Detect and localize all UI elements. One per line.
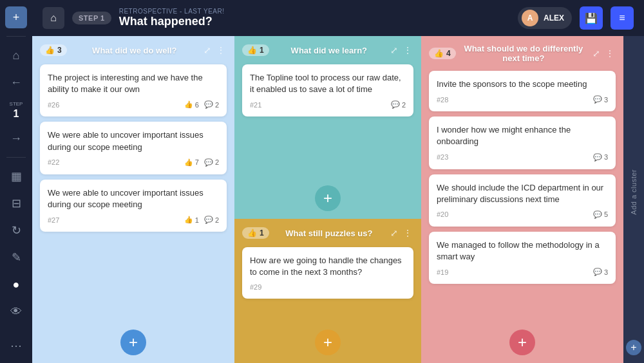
column1-actions: ⤢ ⋮ [202,44,227,57]
column-differently: 👍 4 What should we do differently next t… [421,36,623,363]
board-icon[interactable]: ▦ [5,165,27,187]
save-button[interactable]: 💾 [580,6,603,30]
card-text: I wonder how we might enhance the onboar… [437,124,608,147]
column2-bottom-title: What still puzzles us? [269,228,389,238]
card-meta: 💬5 [593,210,608,219]
card-text: We should include the ICD department in … [437,182,608,205]
card-comments: 💬3 [593,268,608,276]
column3-badge-count: 4 [446,49,451,58]
column2-bottom-more-btn[interactable]: ⋮ [402,227,413,239]
card-text: Invite the sponsors to the scope meeting [437,79,608,90]
column2-wrapper: 👍 1 What did we learn? ⤢ ⋮ The Topline t… [234,36,421,363]
step-indicator: STEP 1 [10,101,23,120]
next-arrow-icon[interactable]: → [5,127,27,149]
column1-badge: 👍 3 [40,44,67,56]
card-text: We managed to follow the methodology in … [437,239,608,263]
home-button[interactable]: ⌂ [43,7,64,29]
card-comments: 💬2 [204,216,219,224]
add-card-col2-bottom-button[interactable]: + [315,330,341,355]
card-id: #19 [437,268,448,276]
column2-top-actions: ⤢ ⋮ [389,44,413,57]
divider [6,36,26,37]
add-cluster-label[interactable]: Add a cluster [630,169,638,215]
avatar: A [522,10,538,26]
card-comments: 💬2 [391,100,406,109]
column2-bottom-actions: ⤢ ⋮ [389,227,413,239]
card-col3-2[interactable]: I wonder how we might enhance the onboar… [429,116,616,169]
card-footer: #26 👍6 💬2 [48,100,219,109]
eye-icon[interactable]: 👁 [5,301,27,322]
card-text: We were able to uncover important issues… [48,187,219,210]
card-col1-2[interactable]: We were able to uncover important issues… [40,122,227,174]
add-card-col1-button[interactable]: + [120,330,146,355]
column2-bottom-badge-count: 1 [260,228,264,237]
left-sidebar: + ⌂ ← STEP 1 → ▦ ⊟ ↻ ✎ ● 👁 ⋯ [0,0,32,363]
column2-top-header: 👍 1 What did we learn? ⤢ ⋮ [242,44,413,57]
card-meta: 💬3 [593,153,608,162]
add-button[interactable]: + [5,6,27,28]
column3-actions: ⤢ ⋮ [591,47,616,60]
card-footer: #23 💬3 [437,153,608,162]
column1-more-btn[interactable]: ⋮ [215,44,227,57]
card-col1-3[interactable]: We were able to uncover important issues… [40,180,227,232]
topbar-title: What happened? [119,15,225,28]
card-meta: 💬2 [391,100,406,109]
home-icon[interactable]: ⌂ [5,44,27,66]
column3-header: 👍 4 What should we do differently next t… [429,44,616,63]
card-col3-1[interactable]: Invite the sponsors to the scope meeting… [429,71,616,111]
column3-expand-btn[interactable]: ⤢ [591,47,601,60]
card-footer: #20 💬5 [437,210,608,219]
column3-title: What should we do differently next time? [456,44,591,63]
add-card-col3-button[interactable]: + [509,330,535,355]
card-col2-bottom-1[interactable]: How are we going to handle the changes t… [242,247,413,299]
card-meta: 💬3 [593,268,608,276]
card-col3-3[interactable]: We should include the ICD department in … [429,174,616,227]
column2-bottom-header: 👍 1 What still puzzles us? ⤢ ⋮ [242,227,413,239]
right-sidebar-add-button[interactable]: + [626,340,641,355]
column3-badge: 👍 4 [429,48,456,59]
card-likes: 👍7 [184,158,199,167]
card-comments: 💬3 [593,95,608,104]
edit-icon[interactable]: ✎ [5,247,27,268]
card-footer: #19 💬3 [437,268,608,276]
step-badge: STEP 1 [72,12,111,24]
card-id: #23 [437,153,448,161]
back-icon[interactable]: ← [5,71,27,93]
card-footer: #22 👍7 💬2 [48,158,219,167]
column1-expand-btn[interactable]: ⤢ [202,44,213,57]
more-options-icon[interactable]: ⋯ [5,335,27,357]
column1-header: 👍 3 What did we do well? ⤢ ⋮ [40,44,227,57]
card-footer: #28 💬3 [437,95,608,104]
column2-bottom-badge-icon: 👍 [247,228,257,237]
topbar: ⌂ STEP 1 RETROSPECTIVE - LAST YEAR! What… [32,0,644,36]
card-text: How are we going to handle the changes t… [250,255,406,278]
card-col3-4[interactable]: We managed to follow the methodology in … [429,232,616,284]
column2-top-expand-btn[interactable]: ⤢ [389,44,399,57]
column2-top-title: What did we learn? [269,46,389,55]
column3-more-btn[interactable]: ⋮ [604,47,616,60]
column1-badge-icon: 👍 [45,46,55,55]
card-id: #28 [437,96,448,104]
menu-button[interactable]: ≡ [611,6,634,30]
card-meta: 👍1 💬2 [184,216,219,224]
topbar-subtitle: RETROSPECTIVE - LAST YEAR! [119,8,225,15]
sidebar-bottom: ⋯ [5,335,27,357]
card-text: The project is interesting and we have t… [48,72,219,95]
card-meta: 👍7 💬2 [184,158,219,167]
user-menu[interactable]: A ALEX [518,7,572,29]
card-col1-1[interactable]: The project is interesting and we have t… [40,64,227,116]
card-footer: #29 [250,283,406,291]
card-id: #21 [250,101,261,109]
column2-bottom-expand-btn[interactable]: ⤢ [389,227,399,239]
column1-badge-count: 3 [57,46,62,55]
column2-bottom-badge: 👍 1 [242,227,269,239]
circle-icon[interactable]: ● [5,274,27,295]
add-card-col2-top-button[interactable]: + [315,185,341,211]
card-col2-top-1[interactable]: The Topline tool to process our raw date… [242,64,413,116]
refresh-icon[interactable]: ↻ [5,219,27,241]
card-id: #22 [48,158,59,166]
filter-icon[interactable]: ⊟ [5,192,27,214]
column2-top-more-btn[interactable]: ⋮ [402,44,413,57]
card-meta: 💬3 [593,95,608,104]
column2-top-badge-count: 1 [260,46,264,55]
